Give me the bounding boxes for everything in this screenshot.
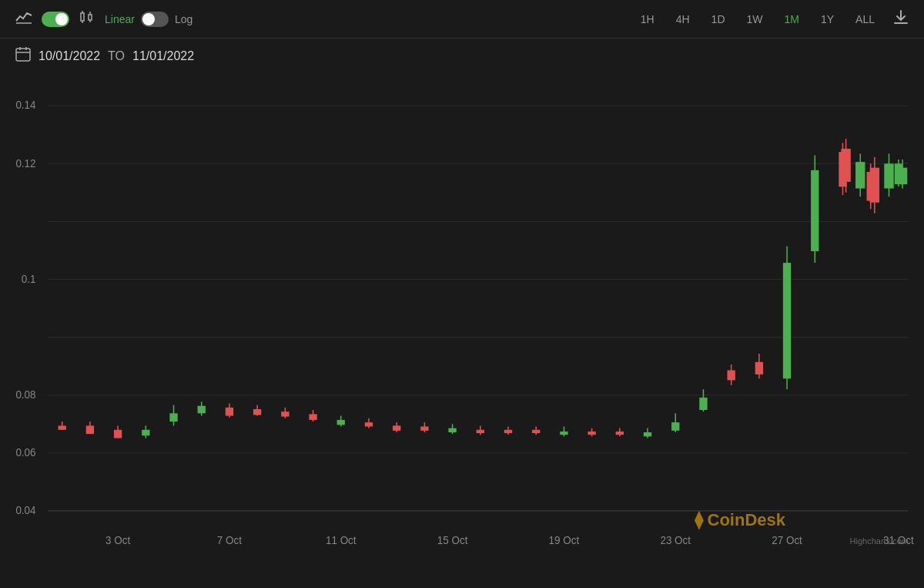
svg-rect-1 [81,13,84,21]
svg-text:19 Oct: 19 Oct [549,535,580,546]
candlestick-chart: 0.14 0.12 0.1 0.08 0.06 0.04 [0,81,924,569]
candlestick-icon[interactable] [79,10,95,28]
svg-rect-51 [393,425,400,430]
scale-selector: Linear Log [105,12,192,27]
svg-rect-59 [504,430,512,433]
linear-label[interactable]: Linear [105,13,135,25]
svg-rect-29 [86,425,94,434]
svg-rect-93 [870,168,879,203]
svg-text:15 Oct: 15 Oct [437,535,468,546]
svg-rect-39 [226,408,233,416]
line-chart-icon[interactable] [15,10,32,28]
svg-text:11 Oct: 11 Oct [326,535,357,546]
period-all[interactable]: ALL [852,12,878,27]
period-1y[interactable]: 1Y [818,12,837,27]
svg-rect-57 [477,430,484,433]
period-1h[interactable]: 1H [638,12,658,27]
svg-rect-91 [855,162,865,188]
svg-text:3 Oct: 3 Oct [105,535,130,546]
svg-text:23 Oct: 23 Oct [660,535,691,546]
svg-rect-77 [755,362,763,375]
period-1w[interactable]: 1W [744,12,766,27]
svg-text:0.04: 0.04 [15,505,36,516]
svg-rect-71 [671,422,679,431]
period-4h[interactable]: 4H [673,12,693,27]
log-label[interactable]: Log [175,13,192,25]
svg-text:0.1: 0.1 [22,274,36,285]
toolbar-left: Linear Log [15,10,625,28]
svg-rect-55 [448,428,456,432]
period-1m[interactable]: 1M [782,12,802,27]
svg-text:27 Oct: 27 Oct [772,535,802,546]
chart-type-toggle[interactable] [42,12,69,27]
svg-rect-31 [114,430,122,438]
svg-rect-27 [59,425,66,429]
to-label: TO [108,49,125,63]
svg-text:7 Oct: 7 Oct [217,535,242,546]
svg-rect-49 [365,422,373,426]
coindesk-symbol: ⧫ [695,510,703,530]
highcharts-credit: Highcharts.com [850,536,909,546]
svg-rect-41 [253,409,261,415]
svg-rect-4 [89,15,92,20]
svg-rect-75 [727,371,735,381]
toggle-switch-button[interactable] [42,12,69,27]
svg-rect-33 [142,430,149,436]
svg-rect-81 [811,170,819,251]
svg-rect-8 [16,49,30,61]
svg-rect-61 [532,430,540,433]
svg-rect-95 [884,163,893,188]
toolbar: Linear Log 1H 4H 1D 1W 1M 1Y ALL [0,0,924,39]
svg-rect-79 [783,263,791,378]
calendar-icon[interactable] [15,46,31,66]
svg-rect-65 [588,432,595,435]
coindesk-watermark: ⧫ CoinDesk [695,510,785,530]
toolbar-right: 1H 4H 1D 1W 1M 1Y ALL [638,9,909,29]
svg-rect-47 [337,420,345,425]
svg-text:0.12: 0.12 [15,157,35,169]
svg-rect-97 [898,168,907,184]
download-button[interactable] [893,9,909,29]
date-from[interactable]: 10/01/2022 [38,49,100,63]
svg-rect-45 [309,414,316,420]
svg-rect-63 [560,432,567,435]
period-1d[interactable]: 1D [708,12,728,27]
svg-rect-53 [420,426,428,430]
log-toggle[interactable] [141,12,169,27]
svg-rect-89 [841,149,850,182]
svg-text:0.06: 0.06 [15,447,36,459]
svg-rect-43 [281,412,289,416]
svg-rect-35 [169,413,177,422]
svg-rect-67 [616,432,624,435]
svg-rect-69 [644,432,651,436]
coindesk-text: CoinDesk [708,510,785,530]
chart-area: 0.14 0.12 0.1 0.08 0.06 0.04 [0,73,924,576]
svg-rect-37 [198,406,206,414]
date-to[interactable]: 11/01/2022 [132,49,194,63]
svg-text:0.08: 0.08 [15,389,36,401]
svg-rect-73 [699,398,707,410]
svg-text:0.14: 0.14 [15,99,36,111]
date-range-bar: 10/01/2022 TO 11/01/2022 [0,39,924,73]
